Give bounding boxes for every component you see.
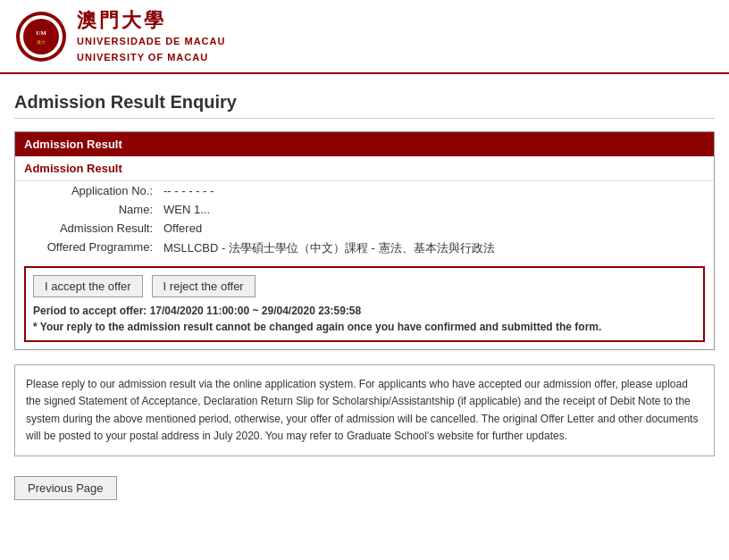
result-section: Admission Result Admission Result Applic… [14,131,715,350]
period-text: Period to accept offer: 17/04/2020 11:00… [33,305,696,317]
logo-chinese: 澳門大學 [77,7,225,34]
notice-text: Please reply to our admission result via… [26,378,698,442]
logo-latin-line1: UNIVERSIDADE DE MACAU [77,36,225,46]
svg-point-2 [23,19,59,54]
university-emblem-icon: UM 澳大 [14,10,68,63]
warning-text: * Your reply to the admission result can… [33,321,696,333]
table-row: Application No.: -- - - - - - - [15,181,714,200]
svg-text:澳大: 澳大 [37,39,46,45]
main-content: Admission Result Enquiry Admission Resul… [0,74,729,518]
logo-latin: UNIVERSIDADE DE MACAU UNIVERSITY OF MACA… [77,34,225,65]
table-row: Admission Result: Offered [15,219,714,238]
field-label-name: Name: [15,200,158,219]
info-table: Application No.: -- - - - - - - Name: WE… [15,181,714,259]
field-label-programme: Offered Programme: [15,238,158,259]
field-label-result: Admission Result: [15,219,158,238]
field-value-appno: -- - - - - - - [158,181,714,200]
page-title: Admission Result Enquiry [14,92,715,119]
section-header: Admission Result [15,132,714,156]
field-value-programme: MSLLCBD - 法學碩士學位（中文）課程 - 憲法、基本法與行政法 [158,238,714,259]
section-subheader: Admission Result [15,156,714,181]
field-value-name: WEN 1... [158,200,714,219]
svg-text:UM: UM [36,29,46,37]
logo-text: 澳門大學 UNIVERSIDADE DE MACAU UNIVERSITY OF… [77,7,225,65]
notice-box: Please reply to our admission result via… [14,364,715,456]
table-row: Name: WEN 1... [15,200,714,219]
table-row: Offered Programme: MSLLCBD - 法學碩士學位（中文）課… [15,238,714,259]
previous-page-button[interactable]: Previous Page [14,476,117,500]
logo-area: UM 澳大 澳門大學 UNIVERSIDADE DE MACAU UNIVERS… [14,7,225,65]
offer-buttons-box: I accept the offer I reject the offer Pe… [24,266,705,342]
offer-buttons-row: I accept the offer I reject the offer [33,275,696,297]
page-header: UM 澳大 澳門大學 UNIVERSIDADE DE MACAU UNIVERS… [0,0,729,74]
field-label-appno: Application No.: [15,181,158,200]
field-value-result: Offered [158,219,714,238]
logo-latin-line2: UNIVERSITY OF MACAU [77,52,208,63]
reject-offer-button[interactable]: I reject the offer [152,275,256,297]
accept-offer-button[interactable]: I accept the offer [33,275,143,297]
